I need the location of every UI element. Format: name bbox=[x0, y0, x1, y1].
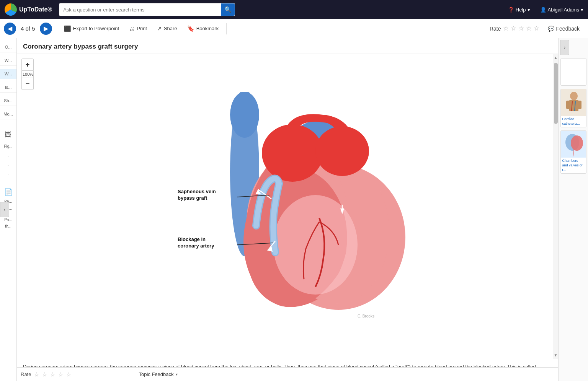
bottom-rate-label: Rate bbox=[21, 371, 31, 377]
heart-illustration: Saphenous vein bypass graft Blockage in … bbox=[174, 92, 411, 329]
right-panel: › Cardiac catheteriz.. bbox=[558, 38, 588, 381]
print-button[interactable]: 🖨 Print bbox=[125, 23, 151, 34]
sidebar-item-what[interactable]: W... bbox=[0, 55, 16, 66]
zoom-level: 100% bbox=[21, 71, 34, 78]
svg-text:bypass graft: bypass graft bbox=[178, 195, 207, 201]
thumbnail-svg-3 bbox=[561, 131, 586, 158]
sidebar-nav-label-2: W... bbox=[4, 57, 13, 64]
star-1[interactable]: ☆ bbox=[503, 24, 509, 33]
help-menu[interactable]: ❓ Help ▾ bbox=[508, 7, 530, 13]
bookmark-button[interactable]: 🔖 Bookmark bbox=[183, 23, 223, 34]
sidebar-item-sh[interactable]: Sh... bbox=[0, 96, 16, 106]
svg-marker-11 bbox=[283, 318, 287, 325]
bookmark-label: Bookmark bbox=[196, 26, 219, 31]
star-4[interactable]: ☆ bbox=[526, 24, 532, 33]
bottom-star-2[interactable]: ☆ bbox=[42, 371, 47, 378]
sidebar-nav-label-1: O... bbox=[4, 44, 13, 50]
topic-feedback-dropdown-icon: ▾ bbox=[176, 372, 178, 376]
svg-point-6 bbox=[273, 195, 358, 295]
svg-text:Saphenous vein: Saphenous vein bbox=[178, 189, 216, 194]
sidebar-bullet-2: · bbox=[8, 163, 9, 168]
share-label: Share bbox=[164, 26, 177, 31]
search-input[interactable] bbox=[59, 7, 221, 13]
user-icon: 👤 bbox=[540, 7, 546, 13]
sidebar-bullet-3: · bbox=[8, 172, 9, 176]
toolbar-divider-2 bbox=[226, 23, 227, 34]
svg-rect-25 bbox=[566, 101, 570, 109]
sidebar-nav-label-4: Is... bbox=[4, 84, 13, 91]
content-area: Coronary artery bypass graft surgery + 1… bbox=[17, 38, 558, 381]
left-sidebar: ‹ O... W... W... Is... Sh... Mo... 🖼 Fig… bbox=[0, 38, 17, 381]
toolbar: ◀ 4 of 5 ▶ ⬛ Export to Powerpoint 🖨 Prin… bbox=[0, 19, 588, 38]
share-icon: ↗ bbox=[157, 25, 162, 32]
logo-globe bbox=[5, 3, 17, 16]
svg-text:coronary artery: coronary artery bbox=[178, 243, 214, 249]
help-label: Help bbox=[516, 7, 526, 13]
topic-feedback-button[interactable]: Topic Feedback ▾ bbox=[136, 370, 180, 379]
print-icon: 🖨 bbox=[129, 25, 135, 32]
star-5[interactable]: ☆ bbox=[534, 24, 539, 33]
feedback-button[interactable]: 💬 Feedback bbox=[543, 24, 584, 34]
thumbnail-image-1 bbox=[561, 59, 586, 85]
help-chevron-icon: ▾ bbox=[528, 7, 530, 13]
rate-section: Rate ☆ ☆ ☆ ☆ ☆ bbox=[490, 24, 539, 33]
figure-label: Fig... bbox=[4, 144, 12, 148]
collapse-sidebar-button[interactable]: ‹ bbox=[0, 202, 9, 217]
search-button[interactable]: 🔍 bbox=[221, 3, 235, 16]
sidebar-item-what2[interactable]: W... bbox=[0, 69, 16, 79]
export-button[interactable]: ⬛ Export to Powerpoint bbox=[60, 23, 123, 34]
bottom-star-4[interactable]: ☆ bbox=[58, 371, 63, 378]
svg-text:Blockage in: Blockage in bbox=[178, 236, 206, 242]
thumbnail-card-3[interactable]: Chambers and valves of t... bbox=[560, 130, 586, 174]
toolbar-divider-1 bbox=[56, 23, 56, 34]
export-icon: ⬛ bbox=[64, 25, 71, 32]
bookmark-icon: 🔖 bbox=[187, 25, 194, 32]
share-button[interactable]: ↗ Share bbox=[153, 23, 181, 34]
sidebar-nav-label-3: W... bbox=[4, 70, 13, 77]
zoom-out-button[interactable]: − bbox=[21, 78, 34, 90]
scroll-down-button[interactable]: ▼ bbox=[553, 352, 558, 358]
svg-point-1 bbox=[230, 92, 259, 138]
user-label: Abigail Adams bbox=[548, 7, 579, 13]
svg-point-4 bbox=[262, 124, 323, 182]
image-icon[interactable]: 🖼 bbox=[4, 130, 12, 140]
zoom-in-button[interactable]: + bbox=[21, 59, 34, 71]
svg-rect-24 bbox=[569, 100, 578, 111]
figure-body: + 100% − bbox=[17, 54, 558, 359]
expand-right-panel-button[interactable]: › bbox=[560, 40, 569, 55]
thumbnail-card-2[interactable]: Cardiac catheteriz... bbox=[560, 89, 586, 127]
page-indicator: 4 of 5 bbox=[21, 25, 35, 32]
prev-button[interactable]: ◀ bbox=[4, 23, 16, 35]
pa-label-3: Pa... bbox=[4, 218, 12, 222]
user-menu[interactable]: 👤 Abigail Adams ▾ bbox=[540, 7, 583, 13]
topic-feedback-label: Topic Feedback bbox=[139, 371, 173, 377]
search-bar[interactable]: 🔍 bbox=[59, 3, 235, 16]
main-layout: ‹ O... W... W... Is... Sh... Mo... 🖼 Fig… bbox=[0, 38, 588, 381]
thumbnail-card-1[interactable] bbox=[560, 58, 586, 86]
star-2[interactable]: ☆ bbox=[511, 24, 516, 33]
sidebar-item-is[interactable]: Is... bbox=[0, 82, 16, 93]
sidebar-nav-label-5: Sh... bbox=[3, 97, 13, 104]
bottom-star-3[interactable]: ☆ bbox=[50, 371, 55, 378]
scroll-up-button[interactable]: ▲ bbox=[553, 55, 558, 60]
feedback-icon: 💬 bbox=[548, 26, 554, 32]
sidebar-nav-label-6: Mo... bbox=[3, 111, 13, 117]
bottom-star-5[interactable]: ☆ bbox=[66, 371, 71, 378]
next-button[interactable]: ▶ bbox=[40, 23, 52, 35]
svg-text:C. Brooks: C. Brooks bbox=[358, 314, 374, 318]
sidebar-item-overview[interactable]: O... bbox=[0, 42, 16, 52]
bottom-star-1[interactable]: ☆ bbox=[34, 371, 39, 378]
thumbnail-image-2 bbox=[561, 89, 586, 116]
help-icon: ❓ bbox=[508, 7, 514, 13]
logo-area: UpToDate® bbox=[5, 3, 52, 16]
logo-text: UpToDate® bbox=[19, 6, 52, 13]
svg-point-23 bbox=[570, 92, 578, 100]
scrollbar-thumb[interactable] bbox=[554, 63, 558, 124]
document-icon[interactable]: 📄 bbox=[3, 187, 13, 197]
feedback-label: Feedback bbox=[556, 26, 580, 32]
star-3[interactable]: ☆ bbox=[518, 24, 524, 33]
figure-title: Coronary artery bypass graft surgery bbox=[17, 38, 558, 54]
sidebar-item-mo[interactable]: Mo... bbox=[0, 109, 16, 119]
thumbnail-svg-2 bbox=[561, 89, 586, 116]
bottom-bar: Rate ☆ ☆ ☆ ☆ ☆ Topic Feedback ▾ bbox=[17, 367, 558, 381]
